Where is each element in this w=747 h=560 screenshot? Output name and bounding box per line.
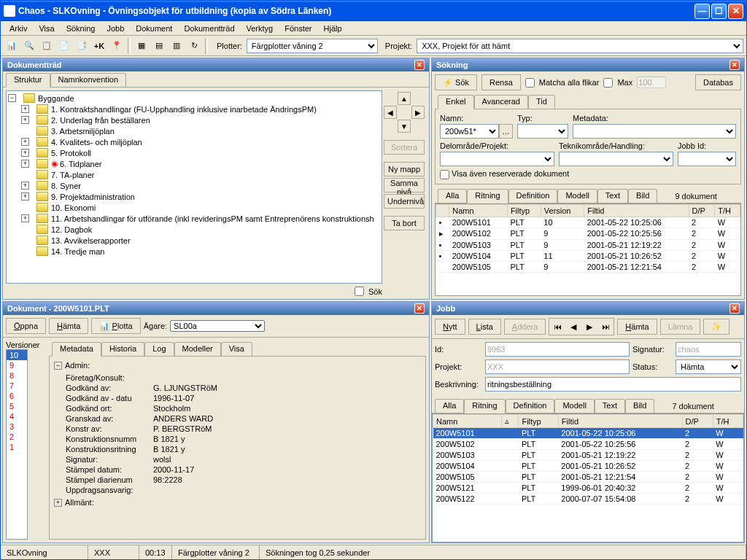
tree-item[interactable]: +8. Syner	[21, 180, 380, 191]
typ-select[interactable]	[517, 124, 568, 139]
tree-expand-icon[interactable]: +	[21, 160, 29, 168]
menu-visa[interactable]: Visa	[33, 23, 60, 34]
minimize-button[interactable]: —	[694, 4, 710, 19]
menu-hjälp[interactable]: Hjälp	[318, 23, 348, 34]
menu-sökning[interactable]: Sökning	[61, 23, 101, 34]
nymapp-button[interactable]: Ny mapp	[384, 162, 425, 176]
projekt-select[interactable]: XXX, Projekt för att hämt	[417, 39, 743, 53]
tree-item[interactable]: 12. Dagbok	[21, 224, 380, 235]
menu-jobb[interactable]: Jobb	[101, 23, 130, 34]
jobbid-select[interactable]	[678, 152, 736, 166]
plotta-button[interactable]: 📊 Plotta	[91, 318, 140, 334]
layout-icon-2[interactable]: ▤	[151, 38, 167, 54]
version-item[interactable]: 6	[7, 391, 27, 401]
tabort-button[interactable]: Ta bort	[384, 216, 425, 230]
teknik-select[interactable]	[559, 152, 673, 166]
nav-left-icon[interactable]: ◀	[384, 106, 397, 119]
matcha-checkbox[interactable]	[525, 78, 535, 88]
tab-historia[interactable]: Historia	[101, 342, 144, 356]
table-row[interactable]: 200W5121PLT1999-06-01 20:40:322W	[433, 483, 743, 494]
tree-expand-icon[interactable]: −	[8, 94, 16, 102]
tab-log[interactable]: Log	[144, 342, 174, 356]
collapse-icon[interactable]: −	[54, 362, 62, 370]
metadata-select[interactable]	[573, 124, 736, 139]
prev-icon[interactable]: ◀	[565, 319, 581, 335]
tree-expand-icon[interactable]: +	[21, 182, 29, 190]
first-icon[interactable]: ⏮	[549, 319, 565, 335]
tree-expand-icon[interactable]: +	[21, 105, 29, 113]
tree-item[interactable]: +11. Arbetshandlingar för utförande (ink…	[21, 213, 380, 224]
tool-icon-1[interactable]: 📊	[4, 38, 20, 54]
tree-expand-icon[interactable]: +	[21, 116, 29, 124]
oppna-button[interactable]: Öppna	[6, 318, 46, 334]
hamta-button[interactable]: Hämta	[49, 318, 88, 334]
sok-rtab-text[interactable]: Text	[597, 189, 628, 203]
tree-expand-icon[interactable]: +	[21, 149, 29, 157]
document-tree[interactable]: −Byggande +1. Kontraktshandlingar (FU-Up…	[6, 90, 382, 284]
status-select[interactable]: Hämta	[676, 359, 741, 374]
delomrade-select[interactable]	[440, 152, 554, 166]
version-item[interactable]: 2	[7, 432, 27, 442]
jobb-rtab-alla[interactable]: Alla	[435, 399, 464, 413]
tree-item[interactable]: 10. Ekonomi	[21, 202, 380, 213]
table-row[interactable]: 200W5104PLT2001-05-21 10:26:522W	[433, 461, 743, 472]
version-item[interactable]: 9	[7, 360, 27, 370]
databas-button[interactable]: Databas	[695, 74, 741, 90]
expand-icon[interactable]: +	[54, 499, 62, 507]
close-button[interactable]: ✕	[728, 4, 743, 19]
sok-button[interactable]: ⚡ Sök	[435, 74, 477, 90]
menu-verktyg[interactable]: Verktyg	[241, 23, 279, 34]
table-row[interactable]: 200W5105PLT92001-05-21 12:21:542W	[436, 261, 740, 272]
tab-avancerad[interactable]: Avancerad	[474, 95, 528, 109]
copy-icon[interactable]: 📋	[39, 38, 55, 54]
jobb-rtab-bild[interactable]: Bild	[625, 399, 654, 413]
menu-dokument[interactable]: Dokument	[130, 23, 178, 34]
agare-select[interactable]: SL00a	[170, 320, 265, 332]
pin-icon[interactable]: 📍	[109, 38, 125, 54]
tree-item[interactable]: 3. Arbetsmiljöplan	[21, 125, 380, 136]
tree-root[interactable]: Byggande	[38, 94, 74, 103]
wand-button[interactable]: ✨	[703, 319, 729, 335]
tab-enkel[interactable]: Enkel	[438, 95, 474, 109]
nav-right-icon[interactable]: ▶	[411, 106, 425, 119]
binoculars-icon[interactable]: 🔍	[21, 38, 37, 54]
menu-dokumentträd[interactable]: Dokumentträd	[178, 23, 240, 34]
sok-rtab-alla[interactable]: Alla	[438, 189, 467, 203]
tree-item[interactable]: +5. Protokoll	[21, 147, 380, 158]
jobb-rtab-definition[interactable]: Definition	[506, 399, 555, 413]
table-row[interactable]: 200W5122PLT2000-07-07 15:54:082W	[433, 494, 743, 505]
sammaniva-button[interactable]: Samma nivå	[384, 178, 425, 192]
layout-icon-3[interactable]: ▥	[169, 38, 185, 54]
table-row[interactable]: 200W5101PLT2001-05-22 10:25:062W	[433, 428, 743, 439]
version-item[interactable]: 4	[7, 411, 27, 421]
sokning-close-icon[interactable]: ✕	[729, 60, 740, 70]
next-icon[interactable]: ▶	[581, 319, 597, 335]
table-row[interactable]: •200W5104PLT112001-05-21 10:26:522W	[436, 250, 740, 261]
jobb-close-icon[interactable]: ✕	[729, 303, 740, 314]
list-icon[interactable]: 📑	[74, 38, 90, 54]
visa-reserverade-checkbox[interactable]	[440, 170, 449, 179]
tree-item[interactable]: +4. Kvalitets- och miljöplan	[21, 136, 380, 147]
menu-fönster[interactable]: Fönster	[279, 23, 317, 34]
tree-item[interactable]: +2. Underlag från beställaren	[21, 114, 380, 125]
tree-item[interactable]: +9. Projektadministration	[21, 191, 380, 202]
tab-metadata[interactable]: Metadata	[52, 342, 101, 357]
last-icon[interactable]: ⏭	[597, 319, 614, 335]
jobb-grid[interactable]: Namn▵FiltypFiltidD/PT/H200W5101PLT2001-0…	[432, 413, 744, 542]
dokumenttrad-close-icon[interactable]: ✕	[414, 60, 425, 70]
namn-select[interactable]: 200w51*	[440, 124, 499, 139]
nav-up-icon[interactable]: ▲	[398, 92, 411, 105]
namn-browse-button[interactable]: ...	[499, 124, 513, 139]
refresh-icon[interactable]: ↻	[186, 38, 202, 54]
lista-button[interactable]: Lista	[468, 319, 501, 335]
version-item[interactable]: 7	[7, 381, 27, 391]
table-row[interactable]: 200W5103PLT2001-05-21 12:19:222W	[433, 450, 743, 461]
tab-tid[interactable]: Tid	[528, 95, 555, 109]
tree-item[interactable]: 13. Avvikelserapporter	[21, 235, 380, 246]
tree-expand-icon[interactable]: +	[21, 214, 29, 222]
sok-rtab-ritning[interactable]: Ritning	[467, 189, 508, 203]
tab-modeller[interactable]: Modeller	[174, 342, 221, 356]
tree-item[interactable]: +◉6. Tidplaner	[21, 158, 380, 169]
jobb-hamta-button[interactable]: Hämta	[617, 319, 657, 335]
table-row[interactable]: •200W5103PLT92001-05-21 12:19:222W	[436, 239, 740, 250]
